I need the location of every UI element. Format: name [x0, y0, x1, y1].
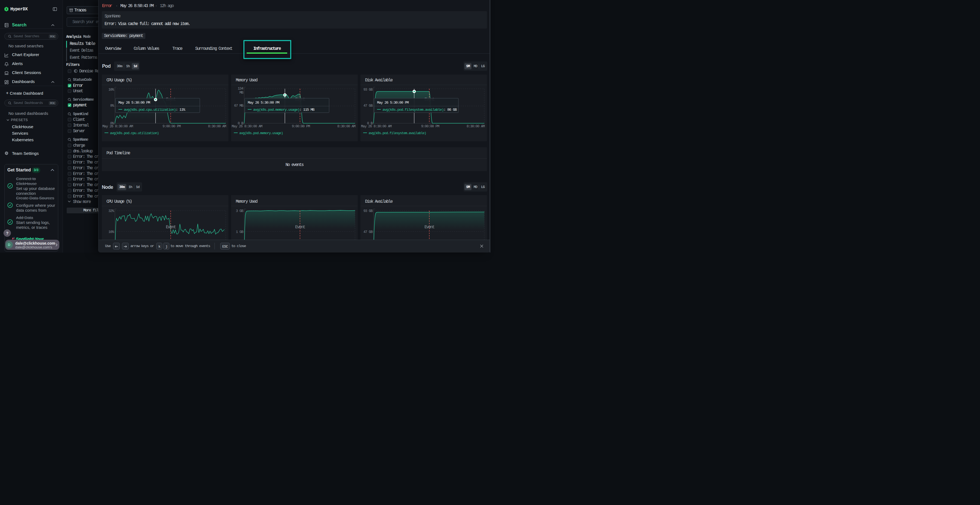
svg-text:: 115 MB: : 115 MB [299, 108, 315, 112]
svg-text:CPU Usage (%): CPU Usage (%) [107, 199, 132, 204]
svg-text:avg(k8s.pod.cpu.utilization): avg(k8s.pod.cpu.utilization) [110, 132, 159, 135]
svg-text:Event: Event [295, 225, 305, 230]
svg-text:32%: 32% [108, 209, 114, 213]
svg-text:134: 134 [238, 87, 243, 91]
svg-text:67 MB: 67 MB [234, 104, 243, 108]
svg-text:avg(k8s.pod.filesystem.availab: avg(k8s.pod.filesystem.available) [369, 132, 426, 135]
svg-text:16%: 16% [108, 87, 114, 92]
svg-text:May 26 8:30:00 AM: May 26 8:30:00 AM [232, 124, 262, 129]
svg-text:: 11%: : 11% [176, 108, 185, 112]
svg-text:Memory Used: Memory Used [236, 78, 258, 83]
svg-text:9:00:00 PM: 9:00:00 PM [292, 124, 310, 129]
svg-text:47 GB: 47 GB [363, 230, 373, 234]
svg-text:avg(k8s.pod.memory.usage): avg(k8s.pod.memory.usage) [239, 132, 283, 135]
svg-text:Event: Event [425, 225, 434, 230]
svg-text:Disk Available: Disk Available [365, 199, 393, 204]
svg-text:avg(k8s.pod.filesystem.availab: avg(k8s.pod.filesystem.available) [382, 108, 444, 112]
svg-text:47 GB: 47 GB [363, 104, 373, 108]
svg-text:93 GB: 93 GB [363, 209, 373, 213]
svg-text:avg(k8s.pod.memory.usage): avg(k8s.pod.memory.usage) [253, 108, 299, 112]
svg-text:MB: MB [240, 91, 243, 95]
svg-text:May 26 5:30:00 PM: May 26 5:30:00 PM [118, 101, 150, 105]
svg-text:9:00:00 PM: 9:00:00 PM [162, 124, 180, 129]
svg-text:May 26 5:30:00 PM: May 26 5:30:00 PM [248, 101, 280, 105]
svg-text:May 26 5:30:00 PM: May 26 5:30:00 PM [377, 101, 409, 105]
svg-text:3 GB: 3 GB [236, 209, 243, 213]
svg-text:Event: Event [166, 225, 176, 230]
svg-text:May 26 8:30:00 AM: May 26 8:30:00 AM [102, 124, 133, 129]
svg-text:1 GB: 1 GB [236, 230, 243, 234]
svg-text:: 86 GB: : 86 GB [444, 108, 457, 112]
svg-text:93 GB: 93 GB [363, 87, 373, 92]
svg-text:8%: 8% [110, 104, 115, 108]
svg-text:avg(k8s.pod.cpu.utilization): avg(k8s.pod.cpu.utilization) [124, 108, 176, 112]
svg-text:Memory Used: Memory Used [236, 199, 258, 204]
svg-text:8:30:00 AM: 8:30:00 AM [337, 124, 355, 129]
svg-text:16%: 16% [108, 230, 114, 234]
svg-text:May 26 8:30:00 AM: May 26 8:30:00 AM [361, 124, 392, 129]
svg-text:Disk Available: Disk Available [365, 78, 393, 83]
svg-text:8:30:00 AM: 8:30:00 AM [208, 124, 226, 129]
svg-text:9:00:00 PM: 9:00:00 PM [421, 124, 439, 129]
svg-text:CPU Usage (%): CPU Usage (%) [107, 78, 132, 83]
svg-text:8:30:00 AM: 8:30:00 AM [466, 124, 485, 129]
